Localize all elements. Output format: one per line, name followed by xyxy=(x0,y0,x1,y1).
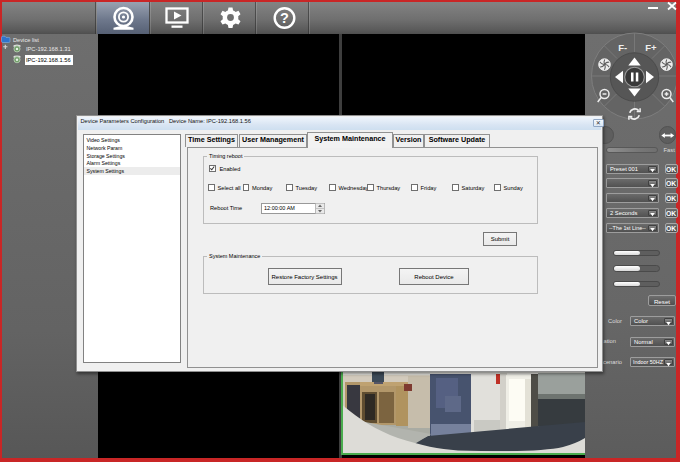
svg-text:F-: F- xyxy=(618,42,627,53)
svg-text:?: ? xyxy=(280,10,289,26)
svg-text:F+: F+ xyxy=(645,42,657,53)
